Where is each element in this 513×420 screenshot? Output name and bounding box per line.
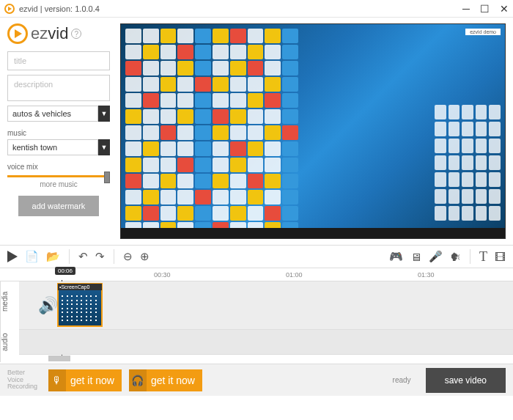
mic-device-icon: 🎙 [48, 369, 66, 391]
window-title: ezvid | version: 1.0.0.4 [19, 4, 100, 13]
description-input[interactable]: description [7, 75, 110, 101]
video-clip[interactable]: •ScreenCap0 [57, 283, 103, 327]
help-icon[interactable]: ? [71, 29, 81, 39]
play-button[interactable] [7, 251, 18, 262]
promo-button-2[interactable]: 🎧 get it now [129, 369, 202, 391]
speaker-icon: 🔊 [38, 296, 58, 315]
maximize-button[interactable]: ☐ [480, 3, 490, 15]
music-label: music [7, 129, 110, 137]
promo-button-1[interactable]: 🎙 get it now [48, 369, 122, 391]
undo-button[interactable]: ↶ [78, 250, 88, 263]
voicemix-label: voice mix [7, 163, 110, 171]
chevron-down-icon: ▼ [98, 139, 110, 155]
timeline-scrollbar[interactable] [48, 355, 70, 361]
add-media-button[interactable]: 📄 [25, 250, 39, 263]
time-mark: 00:30 [154, 271, 171, 279]
clip-thumb [61, 295, 99, 323]
audio-track-label: audio [0, 322, 19, 362]
chevron-down-icon: ▼ [98, 106, 110, 122]
audio-track[interactable] [19, 330, 513, 355]
save-video-button[interactable]: save video [426, 368, 506, 393]
windows-taskbar [121, 228, 505, 238]
zoom-in-button[interactable]: ⊕ [140, 250, 150, 263]
music-select[interactable]: kentish town ▼ [7, 139, 110, 155]
add-watermark-button[interactable]: add watermark [18, 196, 99, 216]
app-logo: ezvid ? [7, 23, 110, 44]
app-icon [4, 4, 15, 14]
category-select[interactable]: autos & vehicles ▼ [7, 106, 110, 122]
zoom-out-button[interactable]: ⊖ [123, 250, 133, 263]
desktop-icons-right [435, 105, 501, 221]
film-icon[interactable]: 🎞 [495, 251, 506, 263]
close-button[interactable]: ✕ [500, 3, 509, 15]
timeline-ruler[interactable]: 00:06 00:30 01:00 01:30 [0, 268, 513, 281]
time-mark: 01:30 [418, 271, 435, 279]
preview-badge: ezvid demo [465, 29, 501, 35]
redo-button[interactable]: ↷ [95, 250, 105, 263]
gamepad-icon[interactable]: 🎮 [389, 250, 403, 263]
desktop-icons-grid [124, 27, 300, 226]
microphone-icon[interactable]: 🎤 [429, 250, 443, 263]
voicemix-slider[interactable] [7, 175, 110, 177]
media-track[interactable]: 🔊 •ScreenCap0 [19, 281, 513, 330]
logo-play-icon [7, 23, 28, 44]
more-music-link[interactable]: more music [7, 180, 110, 188]
text-tool-icon[interactable]: T [479, 249, 487, 265]
playhead-time: 00:06 [55, 267, 75, 275]
promo-label: Better Voice Recording [7, 369, 41, 391]
minimize-button[interactable]: ─ [462, 3, 470, 15]
time-mark: 01:00 [286, 271, 303, 279]
voice-synth-icon[interactable]: 🗣 [450, 251, 461, 263]
open-folder-button[interactable]: 📂 [46, 250, 60, 263]
status-text: ready [393, 376, 411, 384]
video-preview[interactable]: ezvid demo [120, 23, 506, 239]
headset-icon: 🎧 [129, 369, 147, 391]
title-input[interactable]: title [7, 51, 110, 70]
media-track-label: media [0, 281, 19, 322]
screen-record-icon[interactable]: 🖥 [410, 251, 421, 263]
